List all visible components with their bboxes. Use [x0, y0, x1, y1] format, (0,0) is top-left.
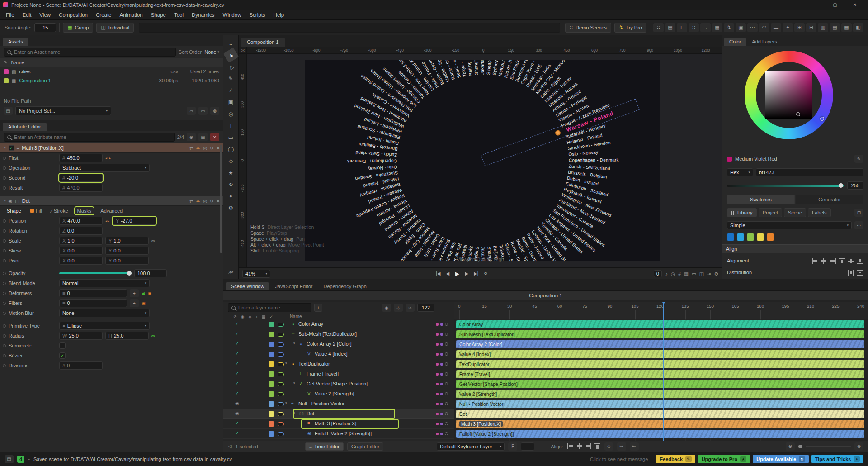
trash-icon[interactable]: ⊗	[210, 107, 219, 115]
enable-checkbox[interactable]: ✓	[235, 341, 239, 346]
align-bottom-icon[interactable]	[857, 258, 863, 264]
layer-color-swatch[interactable]	[269, 371, 274, 377]
pivot-y-field[interactable]: Y0.0	[105, 257, 149, 265]
add-layer-button[interactable]: +	[314, 304, 322, 312]
audio-column-icon[interactable]: ♪	[255, 314, 258, 319]
keyframe-dot[interactable]	[3, 186, 6, 190]
timeline-bar[interactable]: Value 4 [Index]	[456, 350, 864, 358]
timeline-bar[interactable]: Math 3 [Position.X]	[456, 420, 864, 428]
keyframe-nav-icon[interactable]: ◂▸	[196, 146, 200, 150]
keyframe-ring[interactable]	[445, 362, 448, 366]
align-left-icon[interactable]	[811, 258, 818, 264]
output-marker[interactable]	[440, 333, 443, 336]
asset-search-input[interactable]	[14, 49, 172, 55]
scale-y-field[interactable]: Y1.0	[105, 237, 149, 245]
skew-y-field[interactable]: Y0.0	[105, 247, 149, 255]
tab-labels[interactable]: Labels	[808, 208, 830, 217]
output-marker[interactable]	[440, 363, 443, 366]
frame-mode-button[interactable]: F	[508, 442, 517, 451]
radius-h-field[interactable]: H25.0	[105, 332, 149, 340]
color-swatch[interactable]	[737, 233, 744, 241]
layer-toggle[interactable]	[278, 422, 284, 426]
tab-swatches[interactable]: Swatches	[727, 195, 795, 204]
tab-advanced[interactable]: Advanced	[98, 207, 125, 214]
direct-select-tool[interactable]: △	[223, 59, 239, 75]
image-icon[interactable]: ▦	[684, 271, 689, 276]
filters-list-field[interactable]: ≡0	[59, 299, 127, 307]
layer-toggle[interactable]	[278, 412, 284, 416]
keyframe-dot[interactable]	[3, 334, 6, 338]
flash-icon[interactable]: ✦	[783, 23, 793, 32]
hex-input[interactable]	[756, 168, 863, 176]
primitive-type-select[interactable]: ●Ellipse▾	[59, 322, 150, 330]
layer-row[interactable]: ✓▾⠶Color Array 2 [Color]	[223, 339, 454, 349]
operation-select[interactable]: Subtract▾	[59, 164, 150, 172]
expand-chevron-icon[interactable]: ▾	[285, 401, 287, 405]
layer-toggle[interactable]	[278, 402, 284, 406]
expand-tools[interactable]: ≫	[225, 266, 237, 277]
audio-icon[interactable]: ♪	[665, 271, 668, 276]
menu-scripts[interactable]: Scripts	[245, 11, 269, 19]
skip-end-button[interactable]: ▶|	[473, 271, 480, 276]
star-tool[interactable]: ★	[225, 167, 237, 178]
sv-handle[interactable]	[796, 112, 800, 116]
align-top-icon[interactable]	[839, 258, 845, 264]
expand-chevron-icon[interactable]: ▾	[293, 342, 295, 345]
menu-shape[interactable]: Shape	[147, 11, 170, 19]
output-marker[interactable]	[440, 343, 443, 346]
loop-button[interactable]: ↻	[482, 271, 489, 276]
opacity-field[interactable]: 100.0	[134, 269, 167, 277]
dots-grid-icon[interactable]: ⠶	[653, 23, 664, 32]
enabled-checkbox[interactable]: ✓	[9, 145, 14, 151]
swap-icon[interactable]: ⇄	[189, 146, 193, 151]
keyframe-nav-icon[interactable]: ◂▸	[196, 199, 200, 203]
export-icon[interactable]: ⇥	[707, 271, 711, 276]
layer-row[interactable]: ◉▾⌖Null - Position Vector	[223, 399, 454, 409]
enable-checkbox[interactable]: ✓	[235, 331, 239, 336]
canvas[interactable]: Warsaw - PolandBudapest - HungaryHelsink…	[305, 60, 660, 261]
pen-tool[interactable]: ✎	[225, 73, 237, 84]
rotation-z-field[interactable]: Z0.0	[59, 227, 103, 235]
align-right-icon[interactable]	[585, 443, 592, 449]
keyframe-dot[interactable]	[3, 229, 6, 233]
pin-icon[interactable]: ◎	[203, 146, 207, 151]
keyframe-ring[interactable]	[445, 412, 448, 415]
assets-tab[interactable]: Assets	[3, 38, 28, 46]
tab-stroke[interactable]: ∕Stroke	[49, 207, 71, 214]
bounds-icon[interactable]: ◫	[699, 271, 704, 276]
grid-add-icon[interactable]: ⊞	[794, 23, 805, 32]
zoom-select[interactable]: 41%▾	[242, 270, 270, 278]
solo-column-icon[interactable]: ◉	[241, 314, 245, 319]
pivot-x-field[interactable]: X0.0	[59, 257, 103, 265]
keyframe-ring[interactable]	[445, 342, 448, 346]
color-swatch[interactable]	[747, 233, 754, 241]
keyframe-layer-select[interactable]: Default Keyframe Layer▾	[437, 442, 505, 451]
input-marker[interactable]	[436, 323, 439, 326]
layer-color-swatch[interactable]	[269, 391, 274, 397]
filter-eye-icon[interactable]: ◉	[382, 304, 391, 312]
grid-view-icon[interactable]: ⊞	[854, 209, 863, 217]
more-options-icon[interactable]: ⋯	[747, 23, 758, 32]
more-options-icon[interactable]: ⋯	[854, 221, 863, 229]
pin-attributes-icon[interactable]: ▦	[198, 133, 208, 141]
distribute-h-icon[interactable]	[848, 270, 854, 276]
asset-search[interactable]	[4, 48, 176, 57]
input-marker[interactable]	[436, 333, 439, 336]
first-field[interactable]: #450.0	[59, 154, 103, 162]
tab-library[interactable]: Library	[727, 208, 757, 217]
input-marker[interactable]	[436, 363, 439, 366]
menu-help[interactable]: Help	[269, 11, 288, 19]
upgrade-to-pro-button[interactable]: Upgrade to Pro★	[698, 455, 750, 463]
second-field[interactable]: #-20.0	[59, 174, 103, 182]
input-marker[interactable]	[436, 393, 439, 395]
layer-color-swatch[interactable]	[269, 421, 274, 427]
onion-frames-field[interactable]: 0	[654, 270, 662, 277]
motion-blur-select[interactable]: None▾	[59, 309, 150, 317]
tab-project[interactable]: Project	[759, 208, 782, 217]
menu-file[interactable]: File	[2, 11, 19, 19]
zoom-in-icon[interactable]: ⊕	[854, 442, 863, 451]
tips-and-tricks-button[interactable]: Tips and Tricks✦	[811, 455, 863, 463]
layer-row[interactable]: ✓∇Value 2 [Strength]	[223, 389, 454, 399]
keyframe-ring[interactable]	[445, 402, 448, 405]
camera-tool[interactable]: ▣	[225, 97, 237, 108]
